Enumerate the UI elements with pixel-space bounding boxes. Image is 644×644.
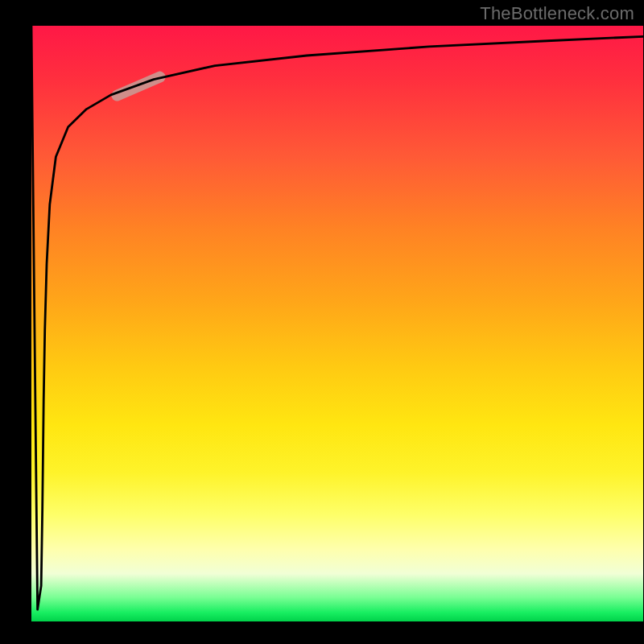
curve-group (31, 26, 643, 609)
watermark: TheBottleneck.com (480, 3, 634, 24)
chart-frame: TheBottleneck.com (0, 0, 644, 644)
chart-overlay (0, 0, 644, 644)
main-curve (31, 26, 643, 609)
